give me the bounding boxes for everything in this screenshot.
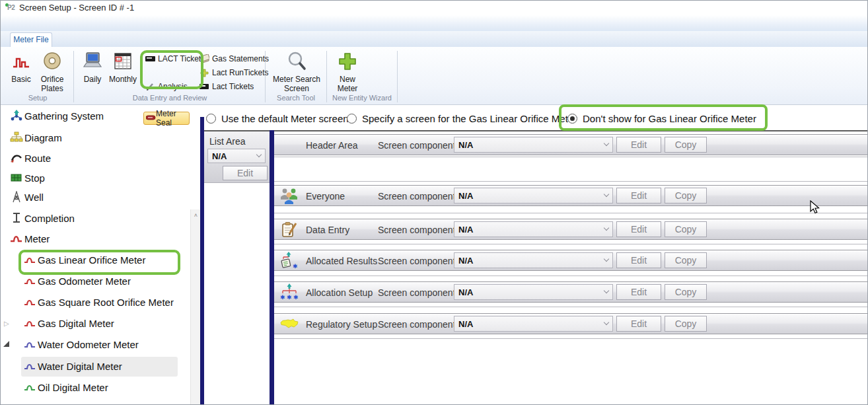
screen-component-rows: Header Area Screen component: N/A Edit C…: [274, 105, 868, 405]
allocated-results-copy-button[interactable]: Copy: [665, 252, 707, 268]
tree-item-oil-digital-meter[interactable]: Oil Digital Meter: [23, 381, 108, 393]
list-area-title: List Area: [209, 136, 245, 147]
analysis-button[interactable]: Analysis: [145, 81, 188, 92]
tree-item-meter[interactable]: Meter: [10, 233, 50, 244]
everyone-component-dropdown[interactable]: N/A: [454, 188, 613, 203]
water-meter-icon: [23, 338, 36, 350]
tree-item-gathering-system[interactable]: Gathering System: [10, 110, 104, 122]
header-area-component-dropdown[interactable]: N/A: [454, 137, 613, 153]
new-meter-button[interactable]: New Meter: [329, 50, 366, 93]
tree-scrollbar[interactable]: ˄: [190, 209, 200, 405]
allocation-setup-row: ✱ ✱ ✱ Allocation Setup Screen component:…: [274, 281, 868, 303]
data-entry-component-dropdown[interactable]: N/A: [454, 221, 613, 237]
allocation-setup-edit-button[interactable]: Edit: [616, 284, 661, 300]
chevron-down-icon: [604, 192, 609, 197]
data-entry-copy-button[interactable]: Copy: [665, 221, 707, 237]
scroll-up-icon[interactable]: ˄: [191, 212, 201, 219]
ribbon-header-band: Screen Setup: [1, 15, 868, 31]
tree-item-gas-square-root-orifice-meter[interactable]: Gas Square Root Orifice Meter: [23, 296, 174, 308]
chevron-down-icon: [604, 320, 609, 325]
everyone-copy-button[interactable]: Copy: [665, 188, 707, 203]
allocation-setup-component-dropdown[interactable]: N/A: [454, 284, 613, 300]
header-area-copy-button[interactable]: Copy: [665, 137, 707, 153]
regulatory-setup-copy-button[interactable]: Copy: [665, 316, 707, 332]
well-icon: [10, 191, 23, 203]
group-separator: [73, 51, 74, 102]
screen-component-label: Screen component:: [378, 256, 458, 266]
tree-item-stop[interactable]: Stop: [10, 172, 45, 184]
allocated-results-component-dropdown[interactable]: N/A: [454, 252, 613, 268]
tree-item-gas-odometer-meter[interactable]: Gas Odometer Meter: [23, 275, 131, 287]
separator: [274, 244, 868, 245]
chevron-down-icon: [604, 256, 609, 262]
basic-button[interactable]: Basic: [6, 50, 36, 84]
monthly-button[interactable]: Monthly: [106, 50, 139, 84]
separator: [274, 181, 868, 182]
tree-item-route[interactable]: Route: [10, 152, 51, 164]
row-label: Allocated Results: [306, 256, 382, 266]
regulatory-setup-row: Regulatory Setup Screen component: N/A E…: [274, 313, 868, 334]
screen-component-label: Screen component:: [378, 287, 458, 298]
chevron-down-icon: [256, 152, 262, 157]
orifice-plates-icon: [36, 50, 68, 73]
everyone-row: Everyone Screen component: N/A Edit Copy: [274, 185, 868, 206]
header-area-edit-button[interactable]: Edit: [616, 137, 661, 153]
group-label-new-entity: New Entity Wizard: [328, 94, 396, 102]
data-entry-edit-button[interactable]: Edit: [616, 221, 661, 237]
allocated-results-edit-button[interactable]: Edit: [616, 252, 661, 268]
tree-item-completion[interactable]: Completion: [10, 212, 75, 224]
water-meter-icon: [23, 360, 36, 372]
tree-item-gas-linear-orifice-meter[interactable]: Gas Linear Orifice Meter: [23, 254, 145, 266]
tree-item-water-odometer-meter[interactable]: Water Odometer Meter: [23, 338, 139, 350]
regulatory-setup-edit-button[interactable]: Edit: [616, 316, 661, 332]
window-title: Screen Setup - Screen ID # -1: [19, 3, 134, 13]
basic-meter-icon: [6, 50, 36, 73]
everyone-edit-button[interactable]: Edit: [616, 188, 661, 203]
search-icon: [269, 50, 324, 73]
list-area-edit-button[interactable]: Edit: [223, 166, 268, 180]
tree-item-gas-digital-meter[interactable]: Gas Digital Meter: [23, 317, 114, 329]
lact-tickets-button[interactable]: Lact Tickets: [199, 81, 254, 92]
diagram-icon: [10, 131, 23, 143]
tree-item-diagram[interactable]: Diagram: [10, 131, 62, 143]
meter-search-screen-button[interactable]: Meter Search Screen: [269, 50, 324, 93]
lact-runtickets-icon: [199, 68, 209, 77]
completion-icon: [10, 212, 23, 224]
mouse-cursor: [810, 200, 822, 217]
gas-statements-icon: [199, 54, 209, 63]
data-entry-icon: [278, 220, 301, 239]
orifice-plates-button[interactable]: Orifice Plates: [36, 50, 68, 93]
tab-meter-file[interactable]: Meter File: [10, 32, 52, 47]
header-area-row: Header Area Screen component: N/A Edit C…: [274, 134, 868, 155]
expander-collapsed-icon[interactable]: ▷: [4, 320, 12, 328]
lact-ticket-icon: [145, 54, 155, 63]
tree-item-well[interactable]: Well: [10, 191, 44, 203]
gas-statements-button[interactable]: Gas Statements: [199, 53, 269, 65]
list-area-dropdown[interactable]: N/A: [207, 149, 266, 163]
lact-ticket-button[interactable]: LACT Ticket: [145, 53, 201, 65]
title-bar: P2 Screen Setup - Screen ID # -1: [1, 1, 868, 15]
screen-component-label: Screen component:: [378, 225, 458, 235]
group-label-setup: Setup: [5, 94, 71, 102]
tree-item-water-digital-meter[interactable]: Water Digital Meter: [23, 360, 122, 372]
lact-tickets-icon: [199, 82, 209, 91]
meter-seal-icon: [146, 114, 156, 123]
group-separator: [397, 51, 398, 102]
list-area-panel: List Area N/A Edit: [204, 131, 270, 183]
right-splitter-bar: [270, 130, 274, 405]
regulatory-setup-component-dropdown[interactable]: N/A: [454, 316, 613, 332]
allocation-setup-copy-button[interactable]: Copy: [665, 284, 707, 300]
screen-component-label: Screen component:: [378, 319, 458, 330]
expander-expanded-icon[interactable]: [3, 341, 9, 347]
separator: [274, 276, 868, 277]
meter-seal-button[interactable]: Meter Seal: [143, 112, 190, 125]
gas-meter-icon: [23, 254, 36, 266]
chevron-down-icon: [604, 225, 609, 231]
group-label-data-entry: Data Entry and Review: [77, 94, 263, 102]
lact-runtickets-button[interactable]: Lact RunTickets: [199, 67, 269, 79]
p2-logo-icon: P2: [5, 3, 17, 13]
separator: [274, 157, 868, 158]
daily-button[interactable]: Daily: [78, 50, 107, 84]
row-label: Allocation Setup: [306, 287, 382, 298]
allocated-results-row: ✱ Allocated Results Screen component: N/…: [274, 250, 868, 271]
